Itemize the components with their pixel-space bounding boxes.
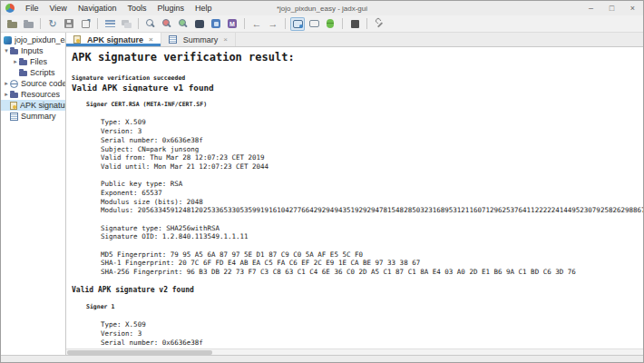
- comment-search-icon[interactable]: [192, 17, 207, 31]
- tree-expander-icon[interactable]: ▾: [3, 47, 10, 54]
- close-button[interactable]: ×: [622, 1, 643, 15]
- doc-line: Signature type: SHA256withRSA: [72, 224, 643, 233]
- forward-icon[interactable]: →: [266, 17, 280, 31]
- stop-icon[interactable]: [347, 17, 362, 31]
- doc-line: Signer 1: [72, 303, 643, 312]
- toolbar-separator: [244, 18, 245, 29]
- deobfuscation-icon[interactable]: [102, 17, 117, 31]
- reload-icon[interactable]: ↻: [45, 17, 60, 31]
- doc-line: [72, 294, 643, 303]
- toolbar-separator: [342, 18, 343, 29]
- doc-line: Valid until: Mon Mar 21 12:07:23 CET 204…: [72, 162, 643, 172]
- toolbar-separator: [138, 18, 139, 29]
- doc-line: Valid from: Thu Mar 28 12:07:23 CET 2019: [72, 153, 643, 162]
- sidebar-item-source-code[interactable]: ▸Source code: [1, 78, 65, 89]
- debug-icon[interactable]: [323, 17, 337, 31]
- menubar: FileViewNavigationToolsPluginsHelp: [20, 3, 217, 14]
- maximize-button[interactable]: □: [601, 1, 622, 15]
- tree-expander-icon[interactable]: ▸: [3, 80, 10, 87]
- doc-line: [72, 110, 643, 119]
- class-search-icon[interactable]: [176, 17, 190, 31]
- menu-plugins[interactable]: Plugins: [151, 3, 190, 14]
- project-tree: jojo_pixdun_easy▾Inputs▸FilesScripts▸Sou…: [1, 33, 66, 355]
- folder-icon: [19, 60, 27, 65]
- doc-line: Subject: CN=park junsong: [72, 145, 643, 154]
- menu-file[interactable]: File: [20, 3, 44, 14]
- tree-expander-icon[interactable]: ▸: [3, 91, 10, 98]
- doc-line: Valid APK signature v2 found: [72, 286, 643, 295]
- menu-view[interactable]: View: [44, 3, 73, 14]
- doc-line: Version: 3: [72, 329, 643, 338]
- status-bar: [1, 355, 643, 362]
- menu-help[interactable]: Help: [190, 3, 218, 14]
- window-controls: –□×: [581, 1, 643, 15]
- toolbar-separator: [366, 18, 367, 29]
- device-window-icon[interactable]: [307, 17, 321, 31]
- tree-item-label: APK signature: [20, 101, 65, 110]
- tree-item-label: Summary: [21, 112, 56, 121]
- back-icon[interactable]: ←: [249, 17, 264, 31]
- save-all-icon[interactable]: [62, 17, 76, 31]
- menu-tools[interactable]: Tools: [122, 3, 151, 14]
- tree-expander-icon[interactable]: ▸: [12, 58, 19, 65]
- doc-lines: Signature verification succeededValid AP…: [72, 74, 643, 347]
- minimize-button[interactable]: –: [581, 1, 601, 15]
- horizontal-scrollbar[interactable]: [66, 348, 643, 355]
- toolbar-separator: [40, 18, 41, 29]
- folder-icon: [10, 93, 18, 98]
- sidebar-item-jojo-pixdun-easy[interactable]: jojo_pixdun_easy: [1, 34, 65, 45]
- sidebar-item-scripts[interactable]: Scripts: [1, 67, 65, 78]
- sidebar-item-resources[interactable]: ▸Resources: [1, 89, 65, 100]
- doc-line: Public key type: RSA: [72, 180, 643, 189]
- toolbar: ↻M←→: [1, 15, 643, 33]
- device-dialog-icon[interactable]: [290, 17, 305, 31]
- apk-file-icon: [4, 36, 12, 44]
- tab-summary[interactable]: Summary×: [161, 33, 236, 46]
- doc-line: [72, 277, 643, 286]
- doc-line: [72, 241, 643, 250]
- doc-line: [72, 215, 643, 224]
- flat-packages-icon[interactable]: [119, 17, 133, 31]
- sidebar-item-summary[interactable]: Summary: [1, 111, 65, 122]
- export-icon[interactable]: [78, 17, 93, 31]
- horizontal-scrollbar-thumb[interactable]: [67, 350, 212, 355]
- doc-line: Serial number: 0x6636e38f: [72, 338, 643, 348]
- doc-heading: APK signature verification result:: [72, 51, 643, 64]
- folder-icon: [10, 49, 18, 54]
- jadx-app-icon: [5, 4, 15, 13]
- doc-line: Type: X.509: [72, 320, 643, 329]
- usage-search-icon[interactable]: [209, 17, 223, 31]
- sidebar-item-inputs[interactable]: ▾Inputs: [1, 45, 65, 56]
- doc-line: Serial number: 0x6636e38f: [72, 136, 643, 145]
- tree-item-label: Files: [30, 57, 47, 66]
- tab-close-icon[interactable]: ×: [223, 35, 228, 44]
- tree-item-label: Scripts: [30, 68, 55, 77]
- text-search-icon[interactable]: [160, 17, 174, 31]
- sidebar-item-apk-signature[interactable]: APK signature: [1, 100, 65, 111]
- preferences-icon[interactable]: [372, 17, 386, 31]
- main-area: jojo_pixdun_easy▾Inputs▸FilesScripts▸Sou…: [1, 33, 643, 355]
- add-files-icon[interactable]: [21, 17, 35, 31]
- doc-line: Valid APK signature v1 found: [72, 83, 643, 93]
- summary-icon: [10, 113, 18, 121]
- certificate-icon: [10, 102, 17, 110]
- doc-line: Type: X.509: [72, 118, 643, 127]
- tree-item-label: jojo_pixdun_easy: [15, 35, 65, 44]
- tab-apk-signature[interactable]: APK signature×: [66, 33, 161, 46]
- doc-line: Signature OID: 1.2.840.113549.1.1.11: [72, 232, 643, 241]
- tab-close-icon[interactable]: ×: [149, 35, 153, 44]
- open-file-icon[interactable]: [5, 17, 19, 31]
- doc-line: [72, 92, 643, 101]
- tab-label: APK signature: [87, 35, 143, 44]
- search-icon[interactable]: [143, 17, 158, 31]
- main-activity-icon[interactable]: M: [225, 17, 239, 31]
- toolbar-separator: [97, 18, 98, 29]
- doc-line: MD5 Fingerprint: 79 95 A5 6A 87 97 5E D1…: [72, 250, 643, 260]
- folder-icon: [19, 71, 27, 76]
- apk-signature-document: APK signature verification result: Signa…: [66, 47, 643, 348]
- sidebar-item-files[interactable]: ▸Files: [1, 56, 65, 67]
- tab-label: Summary: [183, 35, 219, 44]
- summary-icon: [169, 35, 177, 44]
- cert-icon: [73, 35, 81, 44]
- menu-navigation[interactable]: Navigation: [73, 3, 122, 14]
